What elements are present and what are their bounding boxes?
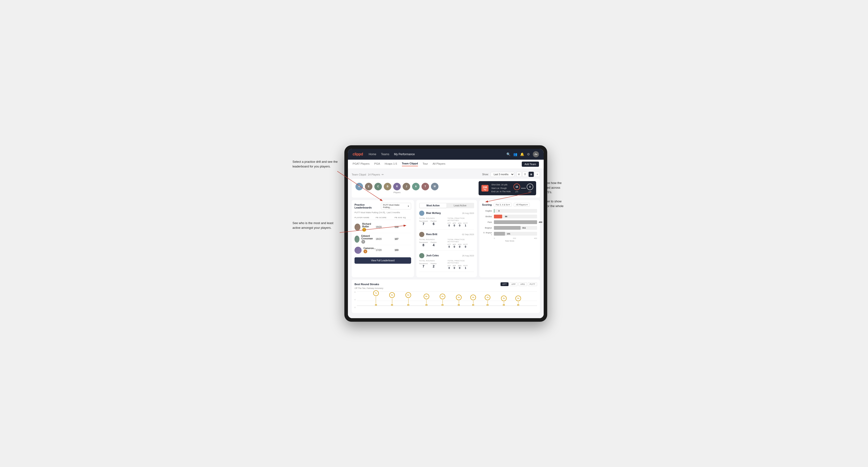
pa-stats-2: Total Rounds Tournament 8 Practice	[419, 239, 474, 248]
lb-avg-3: 103	[395, 249, 411, 251]
bar-row-dbogeys: D. Bogeys + 131	[482, 231, 537, 236]
lb-badge-bronze: 3	[364, 250, 367, 253]
user-avatar[interactable]: A▾	[533, 151, 539, 157]
lb-player-2: Edward Crossman 2	[354, 235, 376, 244]
player-avatar-8[interactable]: T	[422, 183, 429, 190]
streaks-filter-ott[interactable]: OTT	[500, 282, 508, 286]
pa-putt-3: PUTT 1	[463, 265, 467, 269]
streaks-filter-arg[interactable]: ARG	[519, 282, 527, 286]
streak-5x-2: 5x	[440, 294, 445, 306]
drill-selector[interactable]: PUTT Must Make Putting... ▾	[381, 203, 411, 210]
lb-avg-1: 110	[395, 226, 411, 228]
lb-table-header: PLAYER NAME PB SCORE PB AVG SQ	[354, 216, 411, 220]
bell-icon[interactable]: 🔔	[520, 152, 524, 156]
player-avatar-1[interactable]: R	[355, 183, 363, 190]
streak-bubble-3x-1: 3x	[501, 295, 507, 301]
team-header-row: Team Clippd 14 Players ✏ Show: Last 3 mo…	[352, 172, 540, 177]
streak-bubble-5x-2: 5x	[440, 294, 445, 299]
players-avatars: R E C B R J A T M	[355, 183, 438, 190]
subnav-hcaps[interactable]: Hcaps 1-5	[385, 162, 397, 166]
streak-stem-7x-1	[376, 297, 376, 304]
streaks-title: Best Round Streaks	[354, 283, 379, 286]
grid-view-icon[interactable]: ⊞	[516, 172, 522, 177]
navbar-actions: 🔍 👥 🔔 ⚙ A▾	[506, 151, 539, 157]
pa-header-1: Blair McHarg 26 Aug 2023	[419, 211, 474, 216]
lb-avatar-1	[354, 224, 361, 231]
lb-player-3: Cameron... 3	[354, 247, 376, 254]
scoring-card: Scoring Par 3, 4 & 5s ▾ All Players ▾	[479, 200, 540, 277]
pa-app-1: APP 0	[453, 222, 456, 227]
lb-badge-silver: 2	[361, 240, 365, 244]
shot-circle-start: 16	[514, 184, 520, 190]
streaks-filter-app[interactable]: APP	[509, 282, 518, 286]
main-content: Team Clippd 14 Players ✏ Show: Last 3 mo…	[348, 169, 544, 318]
people-icon[interactable]: 👥	[513, 152, 517, 156]
nav-my-performance[interactable]: My Performance	[394, 153, 415, 156]
view-full-leaderboard-button[interactable]: View Full Leaderboard	[354, 257, 411, 264]
subnav-pgat[interactable]: PGAT Players	[352, 162, 370, 166]
activity-player-3: Josh Coles 26 Aug 2023 Total Rounds Tour…	[419, 253, 474, 272]
lb-score-2: 18/20	[376, 238, 395, 240]
pa-activities-cols-2: OTT 0 APP 0	[447, 244, 474, 248]
lb-name-3: Cameron...	[364, 247, 376, 250]
lb-badge-gold: 1	[362, 228, 366, 231]
streak-bubble-6x-2: 6x	[405, 292, 411, 298]
streaks-chart-wrapper: 8 4 0 7x	[354, 291, 537, 310]
tab-least-active[interactable]: Least Active	[446, 203, 474, 208]
bar-track-eagles: 3	[494, 209, 537, 213]
streak-4x-2: 4x	[470, 294, 476, 306]
tablet-frame: clippd Home Teams My Performance 🔍 👥 🔔 ⚙…	[344, 145, 547, 321]
subnav-all-players[interactable]: All Players	[433, 162, 445, 166]
player-avatar-9[interactable]: M	[431, 183, 438, 190]
players-label: Players	[355, 191, 438, 194]
search-icon[interactable]: 🔍	[506, 152, 510, 156]
player-avatar-7[interactable]: A	[412, 183, 420, 190]
grid-line-top	[357, 291, 537, 291]
settings-icon[interactable]: ⚙	[527, 152, 530, 156]
player-avatar-5[interactable]: R	[393, 183, 401, 190]
pa-arg-1: ARG 0	[458, 222, 461, 227]
edit-icon[interactable]: ✏	[382, 173, 384, 176]
player-avatar-3[interactable]: C	[374, 183, 382, 190]
player-avatar-4[interactable]: B	[384, 183, 391, 190]
lb-player-1: Richard Butler 1	[354, 223, 376, 231]
lb-avatar-3	[354, 247, 362, 254]
navbar-links: Home Teams My Performance	[369, 153, 501, 156]
period-selector[interactable]: Last 3 months	[491, 172, 515, 177]
table-view-icon[interactable]: ≡	[535, 172, 540, 177]
card-view-icon[interactable]: ▦	[529, 172, 534, 177]
streak-bubble-6x-1: 6x	[389, 292, 395, 298]
bar-label-dbogeys: D. Bogeys +	[482, 231, 492, 236]
players-filter[interactable]: All Players ▾	[514, 203, 530, 207]
lb-player-3-info: Cameron... 3	[364, 247, 376, 253]
annotation-bottom-left: See who is the most and least active amo…	[292, 221, 342, 230]
pa-avatar-1	[419, 211, 424, 216]
bar-fill-bogeys: 311	[494, 226, 521, 230]
par-filter[interactable]: Par 3, 4 & 5s ▾	[494, 203, 512, 207]
streak-stem-4x-2	[473, 301, 473, 304]
team-name: Team Clippd 14 Players ✏	[352, 173, 384, 176]
tab-most-active[interactable]: Most Active	[420, 203, 447, 208]
subnav-tour[interactable]: Tour	[423, 162, 428, 166]
streak-stem-5x-2	[442, 300, 443, 304]
subnav-team-clippd[interactable]: Team Clippd	[402, 162, 418, 166]
add-team-button[interactable]: Add Team	[522, 161, 539, 167]
subnav-pga[interactable]: PGA	[374, 162, 380, 166]
list-view-icon[interactable]: ☰	[522, 172, 528, 177]
bar-label-pars: Pars	[482, 221, 492, 223]
activity-player-2: Rees Britt 02 Sep 2023 Total Rounds Tour…	[419, 232, 474, 251]
nav-teams[interactable]: Teams	[381, 153, 389, 156]
streaks-filter-putt[interactable]: PUTT	[528, 282, 537, 286]
pa-arg-3: ARG 0	[458, 265, 461, 269]
pa-avatar-3	[419, 253, 424, 258]
streaks-filter-group: OTT APP ARG PUTT	[500, 282, 537, 286]
pa-activities-group-1: Total Practice Activities OTT 0 APP	[447, 217, 474, 227]
player-avatar-6[interactable]: J	[403, 183, 410, 190]
player-count: 14 Players	[368, 173, 380, 176]
lb-player-2-info: Edward Crossman 2	[361, 235, 376, 244]
streak-bubble-4x-2: 4x	[470, 294, 476, 300]
nav-home[interactable]: Home	[369, 153, 376, 156]
pa-app-2: APP 0	[453, 244, 456, 248]
player-avatar-2[interactable]: E	[365, 183, 372, 190]
bar-row-pars: Pars 499	[482, 220, 537, 224]
